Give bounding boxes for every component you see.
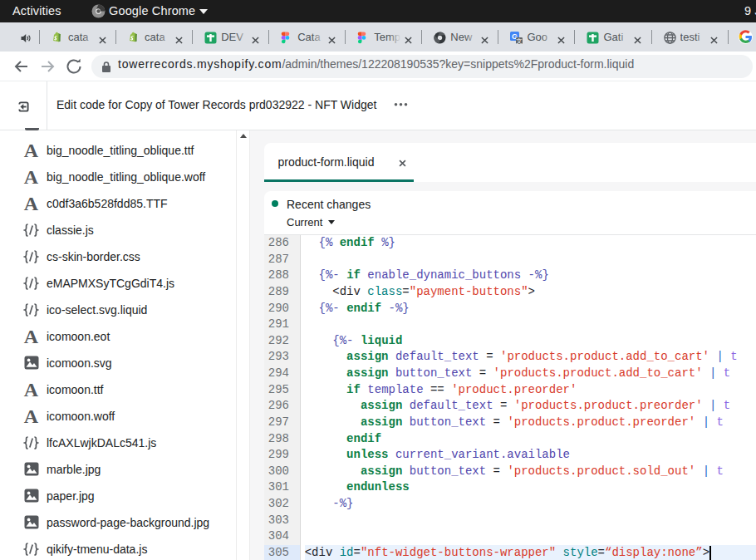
svg-text:文: 文 <box>517 37 523 43</box>
